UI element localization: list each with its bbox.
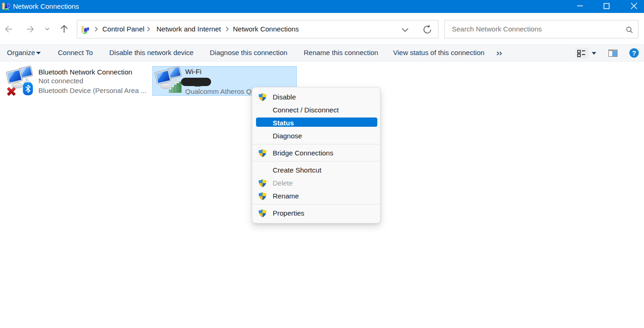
svg-text:?: ? xyxy=(632,50,636,57)
